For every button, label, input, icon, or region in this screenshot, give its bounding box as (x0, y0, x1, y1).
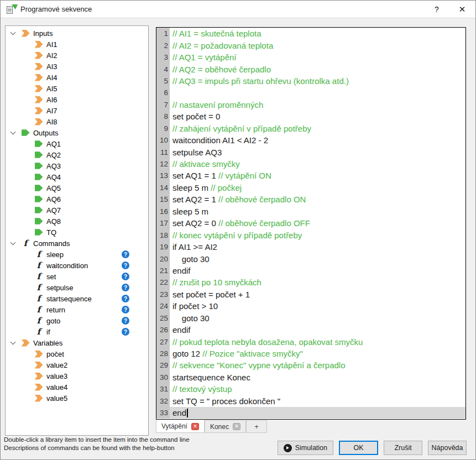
tree-item-ai2[interactable]: AI2 (6, 50, 148, 61)
line-content[interactable]: set TQ = " proces dokončen " (170, 395, 465, 407)
code-line-31[interactable]: 31// textový výstup (156, 383, 465, 395)
line-content[interactable]: set AQ1 = 1 // vytápění ON (170, 170, 465, 181)
line-content[interactable]: // aktivace smyčky (170, 158, 465, 170)
tree-item-if[interactable]: fif? (6, 326, 148, 337)
tree-item-sleep[interactable]: fsleep? (6, 249, 148, 260)
chevron-down-icon[interactable] (10, 30, 17, 36)
line-content[interactable]: set počet = 0 (170, 111, 465, 122)
code-line-29[interactable]: 29// sekvence "Konec" vypne vytápění a č… (156, 359, 465, 371)
line-content[interactable]: // pokud teplota nebyla dosažena, opakov… (170, 336, 465, 347)
help-icon[interactable]: ? (122, 262, 129, 269)
line-content[interactable]: endif (170, 324, 465, 336)
line-content[interactable]: sleep 5 m (170, 206, 465, 217)
tree-item-pocet[interactable]: počet (6, 348, 148, 359)
code-line-27[interactable]: 27// pokud teplota nebyla dosažena, opak… (156, 336, 465, 347)
code-line-22[interactable]: 22// zrušit po 10 smyčkách (156, 276, 465, 288)
tree-item-ai7[interactable]: AI7 (6, 105, 148, 116)
code-line-10[interactable]: 10waitcondition AI1 < AI2 - 2 (156, 134, 465, 146)
tree-item-aq2[interactable]: AQ2 (6, 149, 148, 160)
line-content[interactable]: // AQ3 = impuls při startu ohřevu (kontr… (170, 75, 465, 87)
code-line-18[interactable]: 18// konec vytápění v případě potřeby (156, 229, 465, 241)
simulation-button[interactable]: Simulation (278, 441, 333, 455)
line-content[interactable]: set počet = počet + 1 (170, 289, 465, 300)
code-line-33[interactable]: 33end (156, 407, 465, 419)
help-icon[interactable]: ? (122, 317, 129, 325)
tree-item-value5[interactable]: value5 (6, 393, 148, 404)
code-line-1[interactable]: 1// AI1 = skutečná teplota (156, 28, 465, 39)
titlebar-help-button[interactable]: ? (425, 1, 449, 18)
code-line-12[interactable]: 12// aktivace smyčky (156, 158, 465, 170)
tree-item-ai1[interactable]: AI1 (6, 39, 148, 50)
code-line-3[interactable]: 3// AQ1 = vytápění (156, 51, 465, 63)
code-line-28[interactable]: 28goto 12 // Pozice "aktivace smyčky" (156, 348, 465, 359)
tree-item-aq3[interactable]: AQ3 (6, 160, 148, 171)
code-line-30[interactable]: 30startsequence Konec (156, 372, 465, 383)
tree-item-value4[interactable]: value4 (6, 381, 148, 393)
help-icon[interactable]: ? (122, 273, 129, 280)
tree-item-aq7[interactable]: AQ7 (6, 205, 148, 216)
tree-item-waitcondition[interactable]: fwaitcondition? (6, 260, 148, 271)
code-line-4[interactable]: 4// AQ2 = oběhové čerpadlo (156, 63, 465, 75)
tree-item-ai5[interactable]: AI5 (6, 83, 148, 94)
line-content[interactable]: // AQ2 = oběhové čerpadlo (170, 63, 465, 75)
cancel-button[interactable]: Zrušit (384, 441, 422, 455)
line-content[interactable]: if AI1 >= AI2 (170, 241, 465, 253)
code-line-23[interactable]: 23set počet = počet + 1 (156, 289, 465, 300)
tree-item-setpulse[interactable]: fsetpulse? (6, 282, 148, 293)
line-content[interactable]: // zrušit po 10 smyčkách (170, 276, 465, 288)
line-content[interactable]: set AQ2 = 0 // oběhové čerpadlo OFF (170, 217, 465, 229)
close-icon[interactable]: ✕ (450, 1, 474, 18)
line-content[interactable]: // AQ1 = vytápění (170, 51, 465, 63)
line-content[interactable]: endif (170, 265, 465, 276)
line-content[interactable]: goto 12 // Pozice "aktivace smyčky" (170, 348, 465, 359)
code-line-32[interactable]: 32set TQ = " proces dokončen " (156, 395, 465, 407)
chevron-down-icon[interactable] (10, 129, 17, 136)
code-line-7[interactable]: 7// nastavení proměnných (156, 99, 465, 111)
line-content[interactable]: // AI1 = skutečná teplota (170, 28, 465, 39)
tab-close-icon[interactable]: ✕ (233, 423, 240, 430)
tree-item-aq8[interactable]: AQ8 (6, 216, 148, 227)
line-content[interactable]: // AI2 = požadovaná teplota (170, 39, 465, 51)
tree-item-ai3[interactable]: AI3 (6, 61, 148, 72)
code-line-26[interactable]: 26endif (156, 324, 465, 336)
line-content[interactable]: setpulse AQ3 (170, 146, 465, 158)
tree-item-aq5[interactable]: AQ5 (6, 182, 148, 194)
tree-section-inputs[interactable]: Inputs (6, 28, 148, 39)
tree-item-aq4[interactable]: AQ4 (6, 171, 148, 182)
line-content[interactable]: if počet > 10 (170, 300, 465, 312)
code-line-17[interactable]: 17set AQ2 = 0 // oběhové čerpadlo OFF (156, 217, 465, 229)
code-line-16[interactable]: 16sleep 5 m (156, 206, 465, 217)
line-content[interactable]: // konec vytápění v případě potřeby (170, 229, 465, 241)
line-content[interactable]: // zahájení vytápění v případě potřeby (170, 123, 465, 134)
tree-section-outputs[interactable]: Outputs (6, 127, 148, 138)
tree-item-value3[interactable]: value3 (6, 370, 148, 381)
tab-vytapeni[interactable]: Vytápění✕ (156, 420, 205, 433)
code-line-8[interactable]: 8set počet = 0 (156, 111, 465, 122)
code-line-20[interactable]: 20 goto 30 (156, 253, 465, 264)
tab-close-icon[interactable]: ✕ (191, 423, 199, 430)
code-line-6[interactable]: 6 (156, 87, 465, 98)
tree-item-ai8[interactable]: AI8 (6, 116, 148, 127)
tab-konec[interactable]: Konec✕ (205, 420, 246, 433)
code-line-19[interactable]: 19if AI1 >= AI2 (156, 241, 465, 253)
line-content[interactable]: startsequence Konec (170, 372, 465, 383)
line-content[interactable]: end (170, 407, 465, 419)
code-line-21[interactable]: 21endif (156, 265, 465, 276)
tree-item-aq1[interactable]: AQ1 (6, 138, 148, 149)
code-line-24[interactable]: 24if počet > 10 (156, 300, 465, 312)
code-line-9[interactable]: 9// zahájení vytápění v případě potřeby (156, 123, 465, 134)
chevron-down-icon[interactable] (10, 339, 17, 346)
tree-item-goto[interactable]: fgoto? (6, 315, 148, 326)
library-tree[interactable]: InputsAI1AI2AI3AI4AI5AI6AI7AI8OutputsAQ1… (5, 25, 149, 436)
line-content[interactable]: waitcondition AI1 < AI2 - 2 (170, 134, 465, 146)
line-content[interactable]: set AQ2 = 1 // oběhové čerpadlo ON (170, 194, 465, 205)
code-line-2[interactable]: 2// AI2 = požadovaná teplota (156, 39, 465, 51)
help-icon[interactable]: ? (122, 328, 129, 336)
help-button[interactable]: Nápověda (428, 441, 467, 455)
tree-item-set[interactable]: fset? (6, 271, 148, 282)
help-icon[interactable]: ? (122, 295, 129, 302)
tree-item-ai4[interactable]: AI4 (6, 72, 148, 83)
chevron-down-icon[interactable] (10, 240, 17, 247)
code-line-13[interactable]: 13set AQ1 = 1 // vytápění ON (156, 170, 465, 181)
line-content[interactable]: // nastavení proměnných (170, 99, 465, 111)
